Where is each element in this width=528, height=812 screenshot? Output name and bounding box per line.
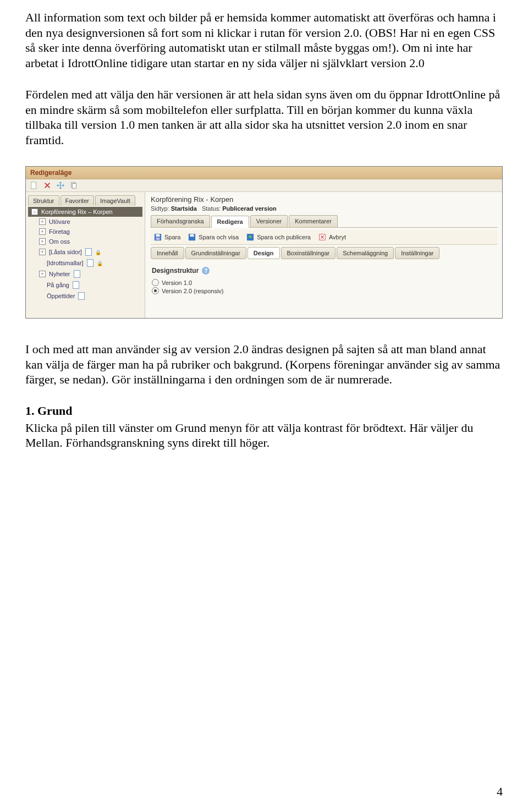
tree-label: Nyheter <box>49 271 70 277</box>
expand-icon[interactable]: + <box>39 249 46 255</box>
tree-label: Öppettider <box>47 293 75 299</box>
subtab-box[interactable]: Boxinställningar <box>281 247 336 259</box>
tree-root-label: Korpförening Rix – Korpen <box>41 209 113 215</box>
radio-label: Version 1.0 <box>162 279 192 286</box>
lock-icon: 🔒 <box>95 250 100 255</box>
radio-icon-selected[interactable] <box>152 287 159 294</box>
radio-icon[interactable] <box>152 279 159 286</box>
tree-label: [Idrottsmallar] <box>47 260 84 266</box>
save-view-button[interactable]: Spara och visa <box>188 233 239 241</box>
subtab-schedule[interactable]: Schemaläggning <box>337 247 394 259</box>
sidtyp-label: Sidtyp: <box>151 205 169 212</box>
expand-icon[interactable]: + <box>39 238 46 245</box>
subtab-design[interactable]: Design <box>248 247 280 259</box>
tree-item[interactable]: +Nyheter <box>28 268 142 279</box>
svg-rect-7 <box>190 234 194 237</box>
design-structure-heading: Designstruktur ? <box>152 267 210 275</box>
save-icon <box>154 233 162 241</box>
paragraph-3: I och med att man använder sig av versio… <box>25 342 503 387</box>
paragraph-1: All information som text och bilder på e… <box>25 10 503 70</box>
tree-label: [Låsta sidor] <box>49 249 82 255</box>
tree-item[interactable]: Öppettider <box>28 290 142 301</box>
cancel-icon <box>318 233 326 241</box>
svg-rect-2 <box>72 184 76 189</box>
tree-item[interactable]: +Företag <box>28 227 142 237</box>
editor-titlebar: Redigeraläge <box>26 167 502 179</box>
page-number: 4 <box>497 784 503 799</box>
paragraph-2: Fördelen med att välja den här versionen… <box>25 87 503 147</box>
save-label: Spara <box>164 234 180 240</box>
expand-icon[interactable]: + <box>39 228 46 235</box>
status-label: Status: <box>202 205 221 212</box>
new-page-icon[interactable] <box>30 182 38 189</box>
subtab-settings[interactable]: Inställningar <box>395 247 439 259</box>
heading-grund: 1. Grund <box>25 404 503 418</box>
tree-item[interactable]: +Om oss <box>28 237 142 246</box>
page-icon <box>74 270 80 278</box>
tree-label: Företag <box>49 228 70 235</box>
expand-icon[interactable]: + <box>39 218 46 225</box>
page-icon <box>73 281 79 289</box>
sidtyp-value: Startsida <box>171 205 197 212</box>
save-publish-button[interactable]: Spara och publicera <box>246 233 311 241</box>
move-icon[interactable] <box>57 182 64 189</box>
radio-version-2[interactable]: Version 2.0 (responsiv) <box>152 287 497 294</box>
radio-label: Version 2.0 (responsiv) <box>162 288 224 294</box>
save-view-label: Spara och visa <box>199 234 239 240</box>
save-icon <box>188 233 196 241</box>
subtab-content[interactable]: Innehåll <box>151 247 184 259</box>
tree-item-templates[interactable]: [Idrottsmallar]🔒 <box>28 257 142 268</box>
save-button[interactable]: Spara <box>154 233 180 241</box>
tab-versions[interactable]: Versioner <box>250 215 288 227</box>
sidebar-tab-struktur[interactable]: Struktur <box>28 195 59 206</box>
expand-icon[interactable]: + <box>39 271 46 277</box>
tree-label: På gång <box>47 282 69 288</box>
editor-top-toolbar <box>26 179 502 192</box>
page-icon <box>87 259 94 267</box>
tree-label: Utövare <box>49 218 70 225</box>
tree-label: Om oss <box>49 238 70 245</box>
lock-icon: 🔒 <box>97 261 102 266</box>
page-meta: Sidtyp: Startsida Status: Publicerad ver… <box>151 205 498 212</box>
save-publish-label: Spara och publicera <box>257 234 311 240</box>
design-structure-label: Designstruktur <box>152 267 199 275</box>
sidebar-tab-favoriter[interactable]: Favoriter <box>61 195 94 206</box>
svg-rect-4 <box>156 234 160 237</box>
status-value: Publicerad version <box>222 205 276 212</box>
cancel-button[interactable]: Avbryt <box>318 233 346 241</box>
editor-screenshot: Redigeraläge Struktur Favoriter ImageVau… <box>25 166 503 319</box>
tab-edit[interactable]: Redigera <box>211 216 249 228</box>
page-icon <box>85 248 92 256</box>
help-icon[interactable]: ? <box>202 267 210 275</box>
radio-version-1[interactable]: Version 1.0 <box>152 279 497 286</box>
publish-icon <box>246 233 254 241</box>
tree-item[interactable]: På gång <box>28 279 142 290</box>
delete-icon[interactable] <box>43 182 51 189</box>
tree-item-locked[interactable]: +[Låsta sidor]🔒 <box>28 246 142 257</box>
copy-icon[interactable] <box>70 182 78 189</box>
tree-item[interactable]: +Utövare <box>28 217 142 227</box>
page-title: Korpförening Rix - Korpen <box>151 195 498 204</box>
svg-rect-5 <box>156 238 160 240</box>
tree-root[interactable]: − Korpförening Rix – Korpen <box>28 207 142 217</box>
editor-main: Korpförening Rix - Korpen Sidtyp: Starts… <box>145 192 502 318</box>
paragraph-4: Klicka på pilen till vänster om Grund me… <box>25 420 503 451</box>
page-icon <box>78 292 85 300</box>
save-toolbar: Spara Spara och visa Spara och publicera… <box>151 230 498 245</box>
tab-comments[interactable]: Kommentarer <box>289 215 338 227</box>
editor-sidebar: Struktur Favoriter ImageVault − Korpföre… <box>26 192 145 318</box>
sidebar-tab-imagevault[interactable]: ImageVault <box>95 195 135 206</box>
cancel-label: Avbryt <box>329 234 346 240</box>
tab-preview[interactable]: Förhandsgranska <box>151 215 210 227</box>
collapse-icon[interactable]: − <box>31 209 38 215</box>
subtab-basic[interactable]: Grundinställningar <box>185 247 246 259</box>
